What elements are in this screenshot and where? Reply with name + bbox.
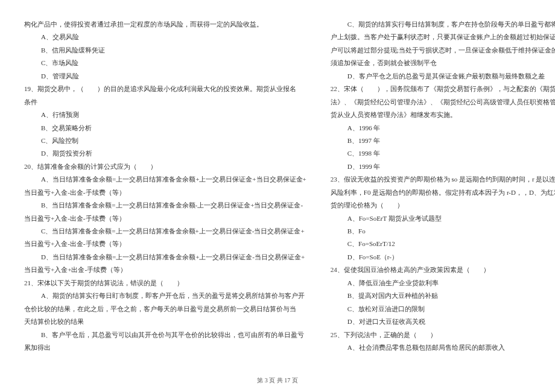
option-cont: 当日盈亏+入金-出金-手续费（等）	[24, 186, 306, 199]
option: D、期货投资分析	[24, 147, 306, 160]
option: C、Fo=SoErT/12	[331, 238, 555, 250]
option: A、行情预测	[24, 109, 306, 121]
option-cont: 累加得出	[24, 341, 306, 354]
question-cont: 风险利率，F0 是远期合约的即期价格。假定持有成本因子为 r-D，，D、为红利收…	[331, 186, 555, 199]
question: 25、下列说法中，正确的是（ ）	[331, 329, 555, 341]
option: C、当日结算准备金余额=上一交易日结算准备金余额+上一交易日保证金-当日交易保证…	[24, 225, 306, 238]
option: B、提高对国内大豆种植的补贴	[331, 289, 555, 302]
option: A、Fo=SoErT 期货从业考试题型	[331, 212, 555, 225]
option-cont: 当日盈亏+入金-出金-手续费（等）	[24, 238, 306, 250]
question-cont: 货从业人员资格管理办法》相继发布实施。	[331, 109, 555, 121]
option: C、1998 年	[331, 147, 555, 160]
option: A、社会消费品零售总额包括邮局售给居民的邮票收入	[331, 341, 555, 354]
option: D、客户平仓之后的总盈亏是其保证金账户最初数额与最终数额之差	[331, 70, 555, 83]
option: D、当日结算准备金余额=上一交易日结算准备金余额+上一交易日保证金-当日交易保证…	[24, 251, 306, 264]
option: C、放松对豆油进口的限制	[331, 303, 555, 315]
option: B、交易策略分析	[24, 122, 306, 134]
option: C、期货的结算实行每日结算制度，客户在持仓阶段每天的单日盈亏都将直接在其保证金账	[331, 18, 555, 31]
option-cont: 天结算价比较的结果	[24, 315, 306, 328]
option: B、信用风险缓释凭证	[24, 44, 306, 57]
page-columns: 构化产品中，使得投资者通过承担一定程度的市场风险，而获得一定的风险收益。 A、交…	[24, 18, 531, 368]
question-cont: 货的理论价格为（ ）	[331, 199, 555, 212]
option: D、对进口大豆征收高关税	[331, 315, 555, 328]
question: 22、宋体（ ），国务院颁布了《期货交易暂行条例》，与之配套的《期货交易所管理办	[331, 83, 555, 95]
option: B、1997 年	[331, 134, 555, 147]
question: 20、结算准备金余额的计算公式应为（ ）	[24, 160, 306, 173]
option-cont: 户上划拨。当客户处于赢利状态时，只要其保证金账户上的金额超过初始保证金的数额，则…	[331, 31, 555, 43]
option: A、1996 年	[331, 122, 555, 134]
option-cont: 当日盈亏+入金+出金-手续费（等）	[24, 264, 306, 276]
right-column: C、期货的结算实行每日结算制度，客户在持仓阶段每天的单日盈亏都将直接在其保证金账…	[331, 18, 555, 368]
option: C、风险控制	[24, 134, 306, 147]
question: 23、假设无收益的投资资产的即期价格为 so 是远期合约到期的时间，r 是以连续…	[331, 173, 555, 186]
question-cont: 法》、《期货经纪公司管理办法》、《期货经纪公司高级管理人员任职资格管理办法》和《…	[331, 96, 555, 109]
option: A、当日结算准备金余额=上一交易日结算准备金余额+上一交易日保证金+当日交易保证…	[24, 173, 306, 186]
option-cont: 仓价比较的结果，在此之后，平仓之前，客户每天的单日盈亏是交易所前一交易日结算价与…	[24, 303, 306, 315]
option-cont: 户可以将超过部分提现;当处于亏损状态时，一旦保证金余额低于维持保证金的数额，则客…	[331, 44, 555, 57]
option: B、客户平仓后，其总盈亏可以由其开仓价与其平仓价的比较得出，也可由所有的单日盈亏	[24, 329, 306, 341]
option: B、Fo	[331, 225, 555, 238]
question-cont: 条件	[24, 96, 306, 109]
option-cont: 当日盈亏+入金-出金-手续费（等）	[24, 212, 306, 225]
body-text: 构化产品中，使得投资者通过承担一定程度的市场风险，而获得一定的风险收益。	[24, 18, 306, 31]
option: D、Fo=SoE（r-）	[331, 251, 555, 264]
question: 24、促使我国豆油价格走高的产业政策因素是（ ）	[331, 264, 555, 276]
option: D、管理风险	[24, 70, 306, 83]
question: 21、宋体以下关于期货的结算说法，错误的是（ ）	[24, 277, 306, 289]
option: A、交易风险	[24, 31, 306, 43]
option: B、当日结算准备金余额=上一交易日结算准备金余额-上一交易日保证金+当日交易保证…	[24, 199, 306, 212]
left-column: 构化产品中，使得投资者通过承担一定程度的市场风险，而获得一定的风险收益。 A、交…	[24, 18, 306, 368]
option: D、1999 年	[331, 160, 555, 173]
option: A、降低豆油生产企业贷款利率	[331, 277, 555, 289]
option: C、市场风险	[24, 57, 306, 69]
option: A、期货的结算实行每日盯市制度，即客户开仓后，当天的盈亏是将交易所结算价与客户开	[24, 289, 306, 302]
question: 19、期货交易中，（ ）的目的是追求风险最小化或利润最大化的投资效果。期货从业报…	[24, 83, 306, 95]
option-cont: 须追加保证金，否则就会被强制平仓	[331, 57, 555, 69]
page-footer: 第 3 页 共 17 页	[0, 376, 555, 385]
